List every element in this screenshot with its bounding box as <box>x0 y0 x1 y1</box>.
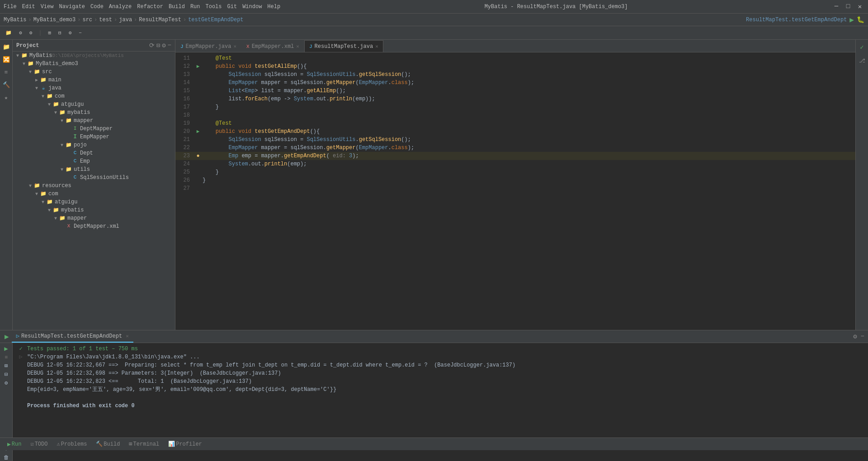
tree-item-deptmapper[interactable]: ▶ I DeptMapper <box>13 125 175 133</box>
toolbar-structure[interactable]: ⚙ <box>16 29 25 37</box>
menu-code[interactable]: Code <box>90 4 104 10</box>
code-line-17: 17 } <box>175 103 855 111</box>
toolbar-gear[interactable]: ⚙ <box>66 29 75 37</box>
right-icon-git[interactable]: ⎇ <box>857 55 868 66</box>
run-tab-close[interactable]: ✕ <box>126 333 129 339</box>
breadcrumb-file[interactable]: ResultMapTest <box>139 17 181 23</box>
menu-window[interactable]: Window <box>242 4 262 10</box>
code-line-20: 20 ▶ public void testGetEmpAndDept(){ <box>175 127 855 136</box>
right-icon-validate[interactable]: ✓ <box>857 42 868 52</box>
app-menu[interactable]: File Edit View Navigate Code Analyze Ref… <box>4 4 280 10</box>
tree-item-sqlsessionutils[interactable]: ▶ C SqlSessionUtils <box>13 174 175 182</box>
menu-analyze[interactable]: Analyze <box>109 4 132 10</box>
sidebar-collapse-icon[interactable]: ⊟ <box>156 42 160 49</box>
tree-item-res-mapper[interactable]: ▼ 📁 mapper <box>13 214 175 222</box>
toolbar-todo-btn[interactable]: ☑ TODO <box>27 440 51 448</box>
tree-item-deptmapper-xml[interactable]: ▶ X DeptMapper.xml <box>13 222 175 230</box>
tab-resultmaptest-java[interactable]: J ResultMapTest.java ✕ <box>304 40 383 52</box>
sidebar-close-icon[interactable]: − <box>168 42 171 49</box>
run-rerun-icon[interactable]: ▶ <box>4 345 8 353</box>
toolbar-project-view[interactable]: 📁 <box>3 29 14 37</box>
menu-help[interactable]: Help <box>267 4 280 10</box>
bottom-minimize-icon[interactable]: − <box>860 332 865 341</box>
tree-item-com[interactable]: ▼ 📁 com <box>13 92 175 100</box>
icon-project[interactable]: 📁 <box>1 42 12 52</box>
run-filter-icon[interactable]: ⚙ <box>5 380 8 386</box>
tab-close-icon[interactable]: ✕ <box>296 43 299 49</box>
breadcrumb-src[interactable]: src <box>82 17 92 23</box>
window-controls[interactable]: ─ □ ✕ <box>832 3 864 10</box>
tree-item-res-atguigu[interactable]: ▼ 📁 atguigu <box>13 198 175 206</box>
tree-item-dept[interactable]: ▶ C Dept <box>13 149 175 157</box>
tree-item-java[interactable]: ▼ ☕ java <box>13 84 175 92</box>
icon-build[interactable]: 🔨 <box>1 80 12 90</box>
tab-close-icon[interactable]: ✕ <box>375 43 378 49</box>
menu-refactor[interactable]: Refactor <box>137 4 163 10</box>
tree-item-pojo-folder[interactable]: ▼ 📁 pojo <box>13 141 175 149</box>
tree-item-res-com[interactable]: ▼ 📁 com <box>13 190 175 198</box>
icon-favorites[interactable]: ★ <box>1 92 12 103</box>
bottom-tab-run[interactable]: ▷ ResultMapTest.testGetEmpAndDept ✕ <box>12 331 133 343</box>
breadcrumb-test[interactable]: test <box>99 17 112 23</box>
sidebar-actions[interactable]: ⟳ ⊟ ⚙ − <box>149 42 171 49</box>
run-stop-icon[interactable]: ■ <box>5 354 8 361</box>
tab-empmapper-xml[interactable]: X EmpMapper.xml ✕ <box>241 40 304 52</box>
toolbar-collapse-all[interactable]: ⊟ <box>56 29 64 37</box>
run-config-debug-btn[interactable]: 🐛 <box>857 16 864 24</box>
toolbar-build-btn[interactable]: 🔨 Build <box>92 440 123 448</box>
menu-file[interactable]: File <box>4 4 17 10</box>
menu-view[interactable]: View <box>41 4 54 10</box>
tree-item-emp[interactable]: ▶ C Emp <box>13 157 175 165</box>
tree-item-mybatis2[interactable]: ▼ 📁 mybatis <box>13 108 175 117</box>
menu-build[interactable]: Build <box>169 4 185 10</box>
breadcrumb-java[interactable]: java <box>119 17 132 23</box>
minimize-button[interactable]: ─ <box>832 3 841 10</box>
tree-item-res-mybatis[interactable]: ▼ 📁 mybatis <box>13 206 175 214</box>
menu-git[interactable]: Git <box>227 4 237 10</box>
breadcrumb-method[interactable]: testGetEmpAndDept <box>188 17 243 23</box>
tree-item-atguigu[interactable]: ▼ 📁 atguigu <box>13 100 175 108</box>
sidebar-gear-icon[interactable]: ⚙ <box>162 42 165 49</box>
toolbar-terminal-btn[interactable]: ⊞ Terminal <box>125 440 163 448</box>
menu-edit[interactable]: Edit <box>22 4 35 10</box>
window-title: MyBatis - ResultMapTest.java [MyBatis_de… <box>280 4 832 10</box>
toolbar-minus[interactable]: − <box>76 29 85 37</box>
tree-item-demo3[interactable]: ▼ 📁 MyBatis_demo3 <box>13 60 175 68</box>
tree-item-resources[interactable]: ▼ 📁 resources <box>13 182 175 190</box>
tree-item-mapper-folder[interactable]: ▼ 📁 mapper <box>13 117 175 125</box>
menu-navigate[interactable]: Navigate <box>59 4 85 10</box>
tree-item-main[interactable]: ▶ 📁 main <box>13 76 175 84</box>
toolbar-profiler-btn[interactable]: 📊 Profiler <box>165 440 206 448</box>
toolbar-settings[interactable]: ⚙ <box>27 29 35 37</box>
run-config-run-btn[interactable]: ▶ <box>849 15 854 24</box>
tree-item-src[interactable]: ▼ 📁 src <box>13 68 175 76</box>
tree-item-utils-folder[interactable]: ▼ 📁 utils <box>13 165 175 174</box>
run-clear-icon[interactable]: 🗑 <box>4 454 9 461</box>
close-button[interactable]: ✕ <box>855 3 864 10</box>
tree-item-mybatis[interactable]: ▼ 📁 MyBatis D:\IDEA\projects\MyBatis <box>13 52 175 60</box>
icon-vcs[interactable]: 🔀 <box>1 54 12 65</box>
bottom-toolbar: ▶ Run ☑ TODO ⚠ Problems 🔨 Build ⊞ Termin… <box>0 437 868 450</box>
tab-close-icon[interactable]: ✕ <box>233 43 236 49</box>
icon-structure[interactable]: ≡ <box>1 67 12 78</box>
sidebar: Project ⟳ ⊟ ⚙ − ▼ 📁 MyBatis D:\IDEA\proj… <box>13 40 175 330</box>
sidebar-sync-icon[interactable]: ⟳ <box>149 42 155 49</box>
code-editor[interactable]: 11 @Test 12 ▶ public void testGetAllEmp(… <box>175 52 855 330</box>
breadcrumb-mybatis[interactable]: MyBatis <box>4 17 26 23</box>
output-debug-1: DEBUG 12-05 16:22:32,667 ==> Preparing: … <box>16 361 864 369</box>
toolbar-run-btn[interactable]: ▶ Run <box>4 440 25 449</box>
bottom-settings-icon[interactable]: ⚙ <box>852 332 858 341</box>
tab-empmapper-java[interactable]: J EmpMapper.java ✕ <box>175 40 241 52</box>
run-collapse-icon[interactable]: ⊟ <box>5 371 8 378</box>
maximize-button[interactable]: □ <box>844 3 853 10</box>
breadcrumb-demo3[interactable]: MyBatis_demo3 <box>33 17 76 23</box>
code-line-11: 11 @Test <box>175 54 855 62</box>
toolbar-problems-btn[interactable]: ⚠ Problems <box>53 440 90 448</box>
menu-run[interactable]: Run <box>190 4 200 10</box>
run-play-btn[interactable]: ▶ <box>5 332 9 341</box>
output-blank <box>16 394 864 402</box>
run-expand-icon[interactable]: ⊞ <box>5 362 8 369</box>
toolbar-expand-all[interactable]: ⊞ <box>45 29 54 37</box>
menu-tools[interactable]: Tools <box>206 4 222 10</box>
tree-item-empmapper[interactable]: ▶ I EmpMapper <box>13 133 175 141</box>
